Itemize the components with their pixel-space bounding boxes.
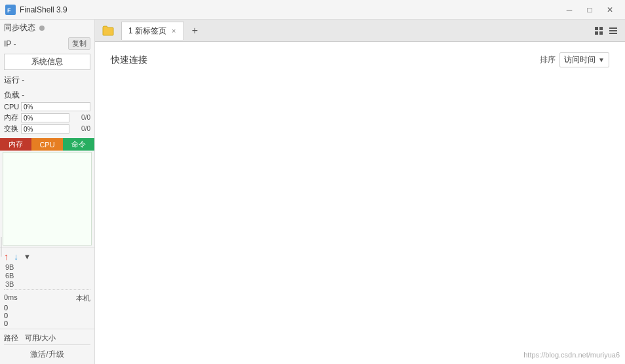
size-label: 可用/大小 <box>25 333 56 343</box>
svg-text:F: F <box>7 7 11 14</box>
cpu-label: CPU <box>4 103 18 111</box>
mem-bar: 0% <box>21 113 69 122</box>
quick-connect-area: 快速连接 排序 访问时间 ▼ <box>95 42 625 364</box>
add-tab-button[interactable]: + <box>187 23 202 39</box>
sort-dropdown-arrow-icon: ▼ <box>598 56 605 64</box>
qc-sort-row: 排序 访问时间 ▼ <box>540 52 609 67</box>
ip-label: IP - <box>4 39 16 48</box>
folder-icon[interactable] <box>98 22 119 40</box>
close-button[interactable]: ✕ <box>600 3 620 16</box>
svg-rect-2 <box>595 27 598 30</box>
net-label-3b: 3B <box>4 280 90 288</box>
svg-rect-8 <box>609 33 617 34</box>
svg-rect-5 <box>599 31 603 35</box>
svg-rect-7 <box>609 30 617 31</box>
qc-title: 快速连接 <box>111 54 147 66</box>
path-label: 路径 <box>4 333 18 343</box>
mem-metric-row: 内存 0% 0/0 <box>4 112 90 123</box>
status-dot-icon <box>39 26 45 31</box>
minimize-button[interactable]: ─ <box>559 3 579 16</box>
cpu-metric-row: CPU 0% <box>4 101 90 112</box>
sync-status-label: 同步状态 <box>4 22 35 33</box>
activate-upgrade-button[interactable]: 激活/升级 <box>4 348 90 361</box>
swap-label: 交换 <box>4 124 18 134</box>
window-controls: ─ □ ✕ <box>559 3 620 16</box>
swap-bar: 0% <box>21 124 69 134</box>
net-section: ↑ ↓ ▼ 9B 6B 3B <box>0 247 94 291</box>
mem-label: 内存 <box>4 113 18 122</box>
svg-rect-3 <box>599 27 603 30</box>
tab-label: 1 新标签页 <box>128 26 166 37</box>
tab-cmd[interactable]: 命令 <box>63 138 94 151</box>
run-label: 运行 - <box>0 73 94 88</box>
tab-new[interactable]: 1 新标签页 × <box>121 22 184 40</box>
sidebar: 同步状态 IP - 复制 系统信息 运行 - 负载 - CPU 0% <box>0 20 95 364</box>
net-label-9b: 9B <box>4 263 90 271</box>
qc-header: 快速连接 排序 访问时间 ▼ <box>111 52 609 67</box>
mem-value: 0% <box>24 114 33 122</box>
swap-metric-row: 交换 0% 0/0 <box>4 123 90 134</box>
sidebar-bottom: 路径 可用/大小 激活/升级 <box>0 329 94 364</box>
tab-mem[interactable]: 内存 <box>0 138 31 151</box>
maximize-button[interactable]: □ <box>580 3 599 16</box>
content-area: 1 新标签页 × + <box>95 20 625 364</box>
tab-close-icon[interactable]: × <box>170 27 177 35</box>
download-arrow-icon: ↓ <box>14 251 18 262</box>
ping-latency: 0ms <box>4 293 18 303</box>
view-buttons <box>592 24 625 37</box>
ping-header: 0ms 本机 <box>4 293 90 304</box>
svg-rect-6 <box>609 27 617 29</box>
ping-val-1: 0 <box>4 304 90 312</box>
ping-val-2: 0 <box>4 312 90 319</box>
net-labels: 9B 6B 3B <box>4 263 90 290</box>
svg-rect-4 <box>595 31 598 35</box>
sidebar-tabs: 内存 CPU 命令 <box>0 138 94 151</box>
ping-val-3: 0 <box>4 319 90 327</box>
sidebar-chart <box>3 152 92 246</box>
main-layout: 同步状态 IP - 复制 系统信息 运行 - 负载 - CPU 0% <box>0 20 625 364</box>
cpu-value: 0% <box>24 103 33 111</box>
upload-arrow-icon: ↑ <box>4 251 9 262</box>
qc-content <box>111 75 609 354</box>
net-arrows: ↑ ↓ ▼ <box>4 250 90 263</box>
swap-ratio: 0/0 <box>72 125 90 132</box>
ping-host: 本机 <box>76 293 90 303</box>
grid-view-icon[interactable] <box>592 24 605 37</box>
ip-row: IP - 复制 <box>0 36 94 51</box>
app-icon: F <box>5 5 16 15</box>
load-label: 负载 - <box>4 89 90 101</box>
sort-dropdown[interactable]: 访问时间 ▼ <box>559 52 609 67</box>
sync-status-row: 同步状态 <box>0 20 94 36</box>
app-title: FinalShell 3.9 <box>20 5 559 14</box>
sort-value: 访问时间 <box>564 54 596 65</box>
title-bar: F FinalShell 3.9 ─ □ ✕ <box>0 0 625 20</box>
sys-info-button[interactable]: 系统信息 <box>4 54 90 70</box>
path-size-row: 路径 可用/大小 <box>4 332 90 345</box>
tab-cpu[interactable]: CPU <box>31 138 63 151</box>
list-view-icon[interactable] <box>607 24 620 37</box>
ping-section: 0ms 本机 0 0 0 <box>0 291 94 329</box>
sort-label: 排序 <box>540 54 556 65</box>
cpu-bar: 0% <box>21 102 90 111</box>
net-label-6b: 6B <box>4 272 90 280</box>
net-small-arrow-icon: ▼ <box>24 253 31 261</box>
copy-button[interactable]: 复制 <box>68 37 90 50</box>
tab-bar: 1 新标签页 × + <box>95 20 625 42</box>
mem-ratio: 0/0 <box>72 114 90 121</box>
load-section: 负载 - CPU 0% 内存 0% 0/0 交换 <box>0 88 94 136</box>
swap-value: 0% <box>24 125 33 134</box>
